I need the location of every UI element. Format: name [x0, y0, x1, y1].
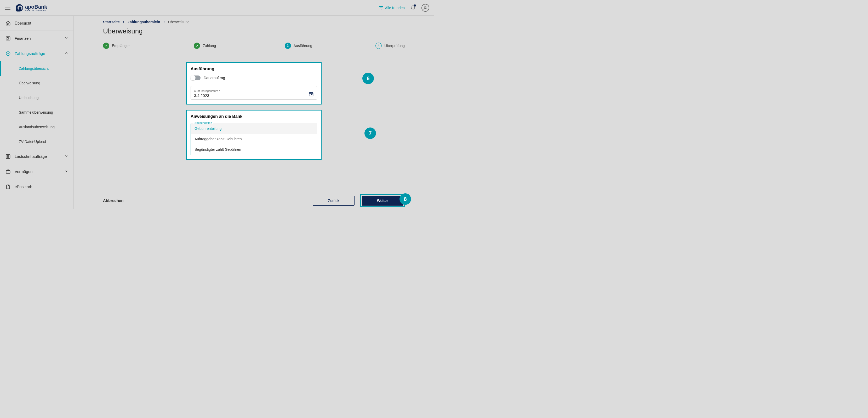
sidebar-item-label: Zahlungsaufträge	[14, 51, 45, 56]
svg-point-0	[425, 6, 426, 8]
step-label: Überprüfung	[384, 44, 405, 48]
brand-logo[interactable]: apoBank Bank der Gesundheit	[16, 4, 47, 11]
sidebar-item-finances[interactable]: Finanzen	[0, 31, 73, 46]
sidebar-sub-label: Sammelüberweisung	[19, 110, 53, 115]
sidebar-item-label: Übersicht	[14, 21, 31, 25]
sidebar-sub-foreign-transfer[interactable]: Auslandsüberweisung	[0, 120, 73, 134]
card-title: Ausführung	[191, 67, 317, 71]
stepper: Empfänger Zahlung 3 Ausführung 4 Überprü…	[74, 35, 434, 49]
breadcrumb-home[interactable]: Startseite	[103, 20, 120, 24]
footer-bar: Abbrechen Zurück Weiter	[74, 192, 434, 209]
option-recipient-pays[interactable]: Begünstigter zahlt Gebühren	[191, 144, 317, 155]
payment-icon	[5, 51, 11, 57]
chevron-down-icon	[65, 154, 68, 159]
chevron-up-icon	[65, 51, 68, 56]
sidebar-item-assets[interactable]: Vermögen	[0, 164, 73, 179]
logo-mark-icon	[16, 4, 23, 11]
chevron-down-icon	[65, 36, 68, 40]
chevron-right-icon	[122, 20, 125, 24]
svg-rect-9	[312, 92, 312, 93]
profile-button[interactable]	[422, 4, 429, 12]
list-icon	[5, 154, 11, 159]
sidebar-item-epostkorb[interactable]: ePostkorb	[0, 179, 73, 194]
step-number: 3	[285, 42, 291, 49]
briefcase-icon	[5, 169, 11, 174]
chevron-right-icon	[163, 20, 165, 24]
brand-name: apoBank	[25, 4, 47, 9]
check-icon	[103, 42, 109, 49]
back-button[interactable]: Zurück	[313, 196, 354, 205]
sidebar-sub-label: Überweisung	[19, 81, 40, 85]
step-recipient: Empfänger	[103, 42, 194, 49]
card-title: Anweisungen an die Bank	[191, 114, 317, 119]
next-button-highlight: Weiter	[360, 194, 405, 207]
standing-order-toggle[interactable]	[191, 75, 200, 80]
option-label: Auftraggeber zahlt Gebühren	[194, 137, 242, 141]
chevron-down-icon	[65, 169, 68, 174]
notification-dot-icon	[414, 4, 416, 6]
sidebar-sub-transfer[interactable]: Überweisung	[0, 76, 73, 90]
toggle-label: Dauerauftrag	[204, 76, 225, 80]
fee-option-select[interactable]: Spesenoption Gebührenteilung Auftraggebe…	[191, 123, 317, 155]
sidebar: Übersicht Finanzen Zahlungsaufträge Zahl…	[0, 16, 74, 209]
home-icon	[5, 20, 11, 26]
svg-rect-8	[310, 92, 311, 93]
step-number: 4	[375, 42, 382, 49]
notifications-button[interactable]	[410, 5, 416, 11]
next-button[interactable]: Weiter	[362, 196, 403, 205]
sidebar-sub-label: Umbuchung	[19, 96, 39, 100]
callout-8: 8	[400, 193, 411, 205]
step-execution: 3 Ausführung	[285, 42, 375, 49]
option-fee-split[interactable]: Gebührenteilung	[191, 123, 317, 134]
filter-text: Alle Kunden	[385, 6, 405, 10]
sidebar-item-label: Lastschriftaufträge	[14, 154, 47, 159]
step-label: Empfänger	[112, 44, 130, 48]
button-label: Zurück	[328, 198, 339, 203]
svg-rect-2	[7, 37, 8, 39]
sidebar-item-label: Vermögen	[14, 169, 32, 174]
app-header: apoBank Bank der Gesundheit Alle Kunden	[0, 0, 434, 16]
calendar-icon[interactable]	[309, 91, 314, 98]
sidebar-sub-label: Zahlungsübersicht	[19, 66, 49, 70]
step-payment: Zahlung	[194, 42, 284, 49]
execution-date-field[interactable]: Ausführungsdatum * 3.4.2023	[191, 86, 317, 100]
option-label: Begünstigter zahlt Gebühren	[194, 147, 241, 152]
callout-6: 6	[362, 73, 374, 84]
filter-icon	[379, 6, 383, 9]
step-label: Ausführung	[293, 44, 312, 48]
svg-rect-7	[309, 93, 313, 94]
sidebar-sub-payment-overview[interactable]: Zahlungsübersicht	[0, 61, 73, 76]
sidebar-sub-label: Auslandsüberweisung	[19, 125, 55, 129]
page-title: Überweisung	[103, 27, 405, 35]
sidebar-sub-zv-upload[interactable]: ZV-Datei-Upload	[0, 134, 73, 149]
breadcrumb: Startseite Zahlungsübersicht Überweisung	[103, 20, 405, 24]
wallet-icon	[5, 35, 11, 41]
customer-filter[interactable]: Alle Kunden	[379, 6, 405, 10]
svg-rect-5	[6, 170, 10, 173]
breadcrumb-overview[interactable]: Zahlungsübersicht	[128, 20, 160, 24]
sidebar-sub-label: ZV-Datei-Upload	[19, 139, 46, 144]
input-label: Ausführungsdatum *	[194, 89, 220, 93]
sidebar-item-payment-orders[interactable]: Zahlungsaufträge	[0, 46, 73, 61]
select-label: Spesenoption	[193, 121, 213, 124]
execution-card: Ausführung Dauerauftrag Ausführungsdatum…	[186, 62, 321, 104]
bank-instructions-card: Anweisungen an die Bank Spesenoption Geb…	[186, 110, 321, 160]
cancel-button[interactable]: Abbrechen	[103, 198, 123, 203]
sidebar-item-label: Finanzen	[14, 36, 31, 40]
sidebar-item-direct-debit[interactable]: Lastschriftaufträge	[0, 149, 73, 164]
svg-rect-10	[311, 94, 312, 95]
check-icon	[194, 42, 200, 49]
sidebar-sub-bulk-transfer[interactable]: Sammelüberweisung	[0, 105, 73, 120]
menu-toggle-icon[interactable]	[5, 6, 10, 10]
breadcrumb-current: Überweisung	[168, 20, 190, 24]
document-icon	[5, 184, 11, 190]
option-sender-pays[interactable]: Auftraggeber zahlt Gebühren	[191, 134, 317, 144]
step-label: Zahlung	[203, 44, 216, 48]
button-label: Weiter	[377, 198, 388, 203]
sidebar-sub-rebooking[interactable]: Umbuchung	[0, 90, 73, 105]
step-review: 4 Überprüfung	[375, 42, 405, 49]
sidebar-item-overview[interactable]: Übersicht	[0, 16, 73, 31]
input-value: 3.4.2023	[194, 93, 220, 98]
brand-tagline: Bank der Gesundheit	[25, 9, 47, 11]
callout-7: 7	[365, 128, 376, 139]
